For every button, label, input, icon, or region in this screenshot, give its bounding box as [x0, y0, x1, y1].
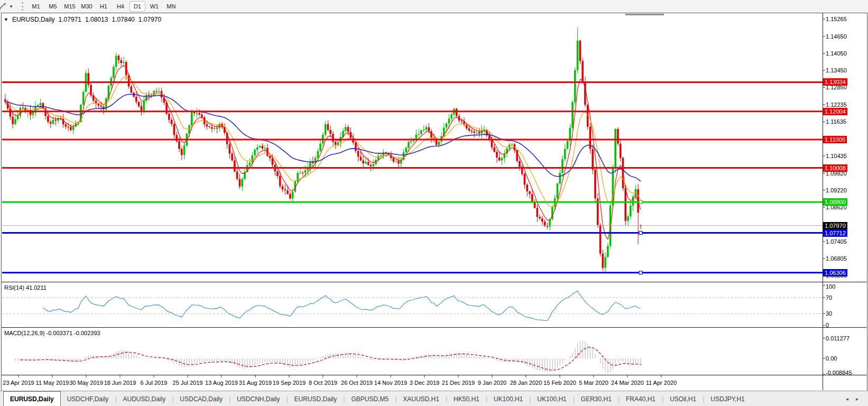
date-axis-label: 18 Jun 2019 — [103, 380, 137, 386]
symbol-tab-uk100-h1[interactable]: UK100,H1 — [531, 391, 572, 406]
rsi-axis-label: 100 — [826, 283, 835, 290]
tab-scroll-arrows: ◂ ▸ — [846, 391, 868, 406]
date-axis-label: 25 Jul 2019 — [171, 380, 205, 386]
date-axis-label: 3 Dec 2019 — [408, 380, 441, 386]
macd-histogram — [15, 340, 641, 373]
date-axis-label: 5 Mar 2020 — [577, 380, 611, 386]
date-axis-label: 13 Aug 2019 — [205, 380, 238, 386]
price-axis-tick: 1.10435 — [826, 153, 847, 159]
quote-low: 1.07840 — [112, 16, 134, 23]
panel-separator[interactable] — [2, 282, 866, 282]
rsi-axis-label: 30 — [826, 310, 832, 317]
tab-scroll-right-icon[interactable]: ▸ — [856, 396, 858, 402]
date-axis-label: 21 Dec 2019 — [441, 380, 475, 386]
symbol-tab-ger30-h1[interactable]: GER30,H1 — [575, 391, 618, 406]
rsi-line — [43, 291, 640, 321]
level-price-tag: 1.13034 — [823, 78, 847, 86]
price-axis-tick: 1.14050 — [826, 50, 847, 57]
date-axis-label: 24 Mar 2020 — [611, 380, 644, 386]
price-axis-tick: 1.06805 — [826, 255, 847, 262]
price-axis-tick: 1.11635 — [826, 118, 846, 125]
symbol-tab-uk100-h1[interactable]: UK100,H1 — [487, 391, 529, 406]
tab-scroll-left-icon[interactable]: ◂ — [846, 396, 848, 402]
date-axis-label: 15 Feb 2020 — [543, 380, 577, 386]
moving-average-fast — [5, 66, 641, 239]
date-axis-label: 11 May 2019 — [35, 380, 69, 386]
date-axis-label: 11 Apr 2020 — [644, 380, 678, 386]
symbol-tab-xauusd-h1[interactable]: XAUUSD,H1 — [396, 391, 446, 406]
quote-open: 1.07971 — [59, 16, 81, 23]
level-price-tag: 1.12004 — [823, 108, 847, 115]
price-axis-tick: 1.15265 — [826, 16, 847, 22]
level-price-tag: 1.08800 — [823, 198, 847, 206]
price-chart-canvas[interactable] — [0, 0, 868, 406]
price-axis-tick: 1.07405 — [826, 238, 847, 245]
date-axis-label: 28 Jan 2020 — [509, 380, 543, 386]
trading-terminal: ▼ M1M5M15M30H1H4D1W1MN ▼ EURUSD,Daily 1.… — [0, 0, 868, 406]
symbol-tab-fra40-h1[interactable]: FRA40,H1 — [620, 391, 662, 406]
symbol-tab-hk50-h1[interactable]: HK50,H1 — [447, 391, 486, 406]
macd-axis-label: 0.011277 — [826, 335, 849, 342]
quote-close: 1.07970 — [138, 16, 161, 23]
panel-separator[interactable] — [2, 375, 866, 375]
date-axis-label: 8 Oct 2019 — [306, 380, 340, 386]
symbol-tab-usdchf-daily[interactable]: USDCHF,Daily — [61, 391, 115, 406]
level-price-tag: 1.07712 — [823, 229, 847, 237]
symbol-tab-usdcad-daily[interactable]: USDCAD,Daily — [173, 391, 229, 406]
chart-menu-icon[interactable]: ▼ — [4, 17, 8, 22]
symbol-tab-usdjpy-h1[interactable]: USDJPY,H1 — [704, 391, 751, 406]
chart-title: ▼ EURUSD,Daily 1.07971 1.08013 1.07840 1… — [4, 16, 161, 23]
price-axis-tick: 1.13450 — [826, 67, 847, 73]
date-axis-label: 26 Oct 2019 — [340, 380, 374, 386]
line-handle[interactable] — [639, 200, 642, 204]
date-axis-label: 9 Jan 2020 — [475, 380, 509, 386]
current-price-tag: 1.07970 — [823, 222, 847, 229]
rsi-axis-label: 70 — [826, 294, 832, 301]
symbol-tab-audusd-daily[interactable]: AUDUSD,Daily — [117, 391, 172, 406]
macd-axis-label: 0.00 — [826, 355, 837, 362]
price-axis-tick: 1.14650 — [826, 33, 847, 40]
symbol-tab-usoil-h1[interactable]: USOil,H1 — [663, 391, 703, 406]
panel-separator[interactable] — [2, 327, 866, 328]
date-axis-label: 30 May 2019 — [69, 380, 103, 386]
symbol-tab-usdcnh-daily[interactable]: USDCNH,Daily — [230, 391, 286, 406]
line-handle[interactable] — [639, 271, 642, 274]
date-axis-label: 31 Aug 2019 — [238, 380, 272, 386]
symbol-tabs: EURUSD,DailyUSDCHF,Daily|AUDUSD,Daily|US… — [0, 391, 751, 406]
date-axis-label: 14 Nov 2019 — [374, 380, 408, 386]
rsi-indicator-label: RSI(14) 41.0211 — [4, 284, 47, 291]
date-axis-label: 19 Sep 2019 — [272, 380, 306, 386]
price-axis-tick: 1.09220 — [826, 187, 847, 193]
macd-indicator-label: MACD(12,26,9) -0.003371 -0.002393 — [4, 330, 100, 336]
price-axis-tick: 1.12235 — [826, 102, 847, 108]
level-price-tag: 1.06306 — [823, 269, 847, 276]
symbol-tab-eurusd-daily[interactable]: EURUSD,Daily — [3, 391, 61, 406]
quote-high: 1.08013 — [85, 16, 108, 23]
date-axis-label: 23 Apr 2019 — [2, 380, 35, 386]
candles — [4, 27, 642, 273]
symbol-tab-eurusd-daily[interactable]: EURUSD,Daily — [288, 391, 344, 406]
level-price-tag: 1.10008 — [823, 164, 847, 172]
line-handle[interactable] — [639, 232, 642, 235]
symbol-tab-bar: EURUSD,DailyUSDCHF,Daily|AUDUSD,Daily|US… — [0, 391, 868, 406]
date-axis-label: 6 Jul 2019 — [137, 380, 171, 386]
level-price-tag: 1.11009 — [823, 136, 847, 143]
symbol-tab-gbpusd-m5[interactable]: GBPUSD,M5 — [345, 391, 395, 406]
symbol-period-label: EURUSD,Daily — [12, 16, 55, 23]
